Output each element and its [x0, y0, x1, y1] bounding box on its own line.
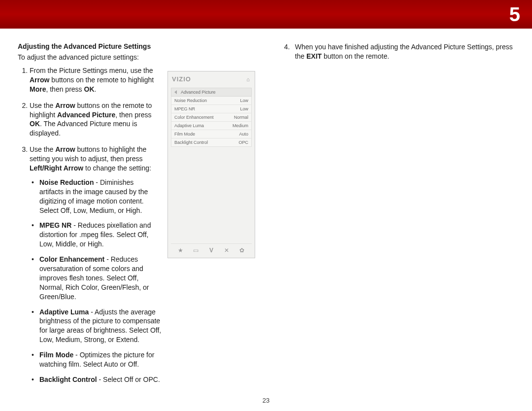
text: MPEG NR	[39, 221, 71, 229]
menu-row: Color EnhancementNormal	[171, 113, 251, 122]
bullet-backlight-control: Backlight Control - Select Off or OPC.	[39, 375, 163, 384]
gear-icon: ✿	[238, 247, 245, 254]
vizio-osd-panel: VIZIO ⌂ Advanced Picture Noise Reduction…	[167, 71, 255, 258]
vizio-header: VIZIO ⌂	[171, 74, 252, 88]
row-value: Low	[240, 106, 248, 111]
steps-list-right: When you have finished adjusting the Adv…	[283, 42, 514, 61]
text: Film Mode	[39, 351, 73, 359]
breadcrumb-label: Advanced Picture	[181, 90, 216, 95]
text: , then press	[115, 111, 151, 119]
row-label: Noise Reduction	[174, 98, 207, 103]
text: Noise Reduction	[39, 178, 94, 186]
text: Color Enhancement	[39, 255, 104, 263]
step-2: Use the Arrow buttons on the remote to h…	[30, 101, 163, 138]
back-icon	[174, 90, 177, 94]
text: OK	[30, 120, 40, 128]
bullet-film-mode: Film Mode - Optimizes the picture for wa…	[39, 350, 163, 369]
vizio-spacer	[171, 147, 252, 240]
text: - Select Off or OPC.	[97, 376, 160, 383]
bullet-noise-reduction: Noise Reduction - Diminishes artifacts i…	[39, 178, 158, 215]
text: Backlight Control	[39, 376, 97, 383]
row-label: Film Mode	[174, 132, 195, 137]
close-icon: ✕	[223, 247, 230, 254]
vizio-breadcrumb: Advanced Picture	[171, 88, 252, 97]
menu-row: Backlight ControlOPC	[171, 138, 251, 146]
star-icon: ★	[177, 247, 184, 254]
text: to change the setting:	[83, 164, 151, 172]
row-value: Normal	[234, 115, 248, 120]
text: buttons on the remote to highlight	[49, 76, 154, 84]
row-label: Adaptive Luma	[174, 123, 204, 128]
text: button on the remote.	[322, 52, 389, 60]
vizio-logo: VIZIO	[172, 75, 191, 83]
row-value: Auto	[239, 132, 248, 137]
home-icon: ⌂	[246, 76, 250, 82]
text: Arrow	[55, 145, 75, 153]
step-1: From the Picture Settings menu, use the …	[30, 66, 163, 94]
row-label: MPEG NR	[174, 106, 195, 111]
section-title: Adjusting the Advanced Picture Settings	[18, 42, 264, 50]
menu-row: Film ModeAuto	[171, 130, 251, 138]
row-label: Color Enhancement	[174, 115, 214, 120]
step-3: Use the Arrow buttons to highlight the s…	[30, 145, 163, 384]
text: OK	[84, 85, 95, 93]
text: EXIT	[306, 52, 322, 60]
menu-row: MPEG NRLow	[171, 105, 251, 113]
row-label: Backlight Control	[174, 140, 208, 145]
step-4: When you have finished adjusting the Adv…	[295, 42, 514, 61]
row-value: Low	[240, 98, 248, 103]
text: Use the	[30, 102, 55, 109]
text: Advanced Picture	[57, 111, 115, 119]
chapter-number: 5	[509, 3, 520, 26]
wide-icon: ▭	[193, 247, 200, 254]
text: , then press	[46, 85, 84, 93]
bullet-adaptive-luma: Adaptive Luma - Adjusts the average brig…	[39, 308, 163, 345]
text: More	[30, 85, 46, 93]
right-column: When you have finished adjusting the Adv…	[283, 42, 514, 391]
intro-text: To adjust the advanced picture settings:	[18, 53, 264, 61]
v-icon: V	[208, 247, 215, 254]
menu-row: Noise ReductionLow	[171, 97, 251, 105]
text: Left/Right Arrow	[30, 164, 83, 172]
vizio-menu-body: Noise ReductionLow MPEG NRLow Color Enha…	[171, 97, 252, 147]
vizio-footer-icons: ★ ▭ V ✕ ✿	[171, 243, 252, 255]
text: .	[95, 85, 97, 93]
header-bar: 5	[0, 0, 532, 29]
text: Use the	[30, 145, 55, 153]
text: Adaptive Luma	[39, 308, 89, 316]
bullet-color-enhancement: Color Enhancement - Reduces oversaturati…	[39, 255, 163, 301]
row-value: OPC	[238, 140, 248, 145]
text: Arrow	[55, 102, 75, 109]
text: From the Picture Settings menu, use the	[30, 67, 153, 74]
page-number: 23	[0, 397, 532, 404]
text: Arrow	[30, 76, 49, 84]
menu-row: Adaptive LumaMedium	[171, 122, 251, 130]
row-value: Medium	[233, 123, 248, 128]
bullet-mpeg-nr: MPEG NR - Reduces pixellation and distor…	[39, 221, 163, 249]
page-content: Adjusting the Advanced Picture Settings …	[0, 29, 532, 391]
text: . The Advanced Picture menu is displayed…	[30, 120, 137, 137]
settings-bullets: Noise Reduction - Diminishes artifacts i…	[30, 178, 163, 384]
